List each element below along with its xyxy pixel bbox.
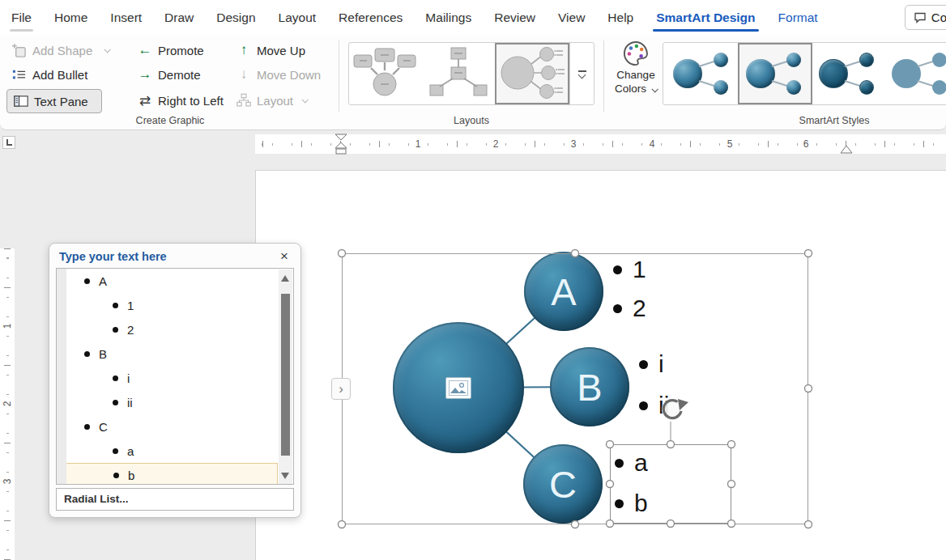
smartart-center-circle[interactable]: [393, 322, 524, 453]
close-icon[interactable]: ×: [275, 248, 293, 265]
text-pane-item-B[interactable]: B: [57, 342, 293, 366]
text-pane-item-C[interactable]: C: [57, 414, 293, 439]
ruler-number: 1: [412, 138, 424, 151]
layout-thumbnail-converging[interactable]: [351, 45, 422, 103]
chevron-right-icon: ›: [339, 381, 343, 397]
tab-view[interactable]: View: [547, 0, 596, 36]
text-pane-item-a[interactable]: a: [57, 439, 293, 463]
change-colors-label-line1: Change: [616, 68, 654, 82]
smartart-circle-c[interactable]: C: [523, 444, 603, 524]
text-pane-item-i[interactable]: i: [57, 366, 293, 390]
smartart-styles-gallery: [663, 42, 946, 105]
move-down-icon: ↓: [236, 66, 251, 83]
ribbon: Add Shape Add Bullet Text Pane ← Promote…: [0, 36, 946, 130]
ruler-number: 6: [800, 138, 812, 151]
text-pane-item-b-active[interactable]: b: [58, 463, 278, 485]
left-tab-icon: [6, 139, 12, 146]
tab-layout[interactable]: Layout: [267, 0, 328, 36]
tab-smartart-design[interactable]: SmartArt Design: [645, 0, 766, 36]
style-thumbnail-2-selected[interactable]: [739, 45, 811, 103]
bullet-dot: [639, 360, 648, 369]
ruler-number: 2: [490, 138, 501, 151]
text-pane-item-1[interactable]: 1: [57, 293, 293, 317]
text-pane-toggle-button[interactable]: Text Pane: [6, 89, 102, 113]
tab-help[interactable]: Help: [596, 0, 645, 36]
add-bullet-button[interactable]: Add Bullet: [8, 63, 91, 86]
ruler-number: 1: [2, 320, 13, 333]
scroll-down-icon[interactable]: [281, 473, 289, 479]
promote-icon: ←: [138, 42, 152, 58]
layout-thumbnail-radial-list-selected[interactable]: [496, 45, 568, 103]
comments-label: Co: [931, 11, 946, 24]
comments-button[interactable]: Co: [905, 5, 946, 30]
text-pane-scrollbar[interactable]: [279, 269, 292, 485]
move-down-label: Move Down: [257, 68, 321, 82]
ruler-number: 3: [2, 475, 13, 488]
smartart-circle-a[interactable]: A: [524, 252, 603, 331]
scroll-up-icon[interactable]: [281, 275, 289, 282]
indent-markers[interactable]: [334, 134, 348, 155]
chevron-down-icon: [302, 96, 309, 103]
create-graphic-group-label: Create Graphic: [0, 115, 340, 126]
move-down-button[interactable]: ↓ Move Down: [233, 63, 324, 86]
layout-label: Layout: [257, 94, 293, 108]
style-thumbnail-4[interactable]: [885, 45, 946, 103]
scrollbar-thumb[interactable]: [281, 294, 290, 456]
layouts-group-label: Layouts: [348, 115, 594, 126]
text-pane-item-2[interactable]: 2: [57, 317, 293, 342]
text-pane-item-ii[interactable]: ii: [57, 390, 293, 414]
palette-icon: [620, 39, 651, 68]
bullet-dot: [615, 499, 624, 508]
tab-design[interactable]: Design: [205, 0, 266, 36]
bullet-a-2[interactable]: 2: [613, 291, 646, 325]
chevron-down-icon: [651, 86, 658, 92]
demote-button[interactable]: → Demote: [134, 63, 204, 86]
tab-file[interactable]: File: [0, 0, 43, 36]
text-pane-collapse-button[interactable]: ›: [331, 378, 351, 400]
style-thumbnail-3[interactable]: [812, 45, 884, 103]
layout-button[interactable]: Layout: [233, 89, 310, 112]
change-colors-button[interactable]: Change Colors: [607, 39, 664, 113]
style-thumbnail-1[interactable]: [667, 45, 738, 103]
right-to-left-icon: ⇄: [138, 92, 152, 109]
tab-selector[interactable]: [2, 136, 15, 149]
tab-mailings[interactable]: Mailings: [414, 0, 483, 36]
bullet-a-1[interactable]: 1: [613, 252, 646, 286]
bullet-b-ii[interactable]: ii: [639, 388, 669, 422]
bullet-dot: [613, 265, 622, 274]
bullet-dot: [613, 304, 622, 313]
promote-label: Promote: [158, 44, 204, 57]
tab-format[interactable]: Format: [767, 0, 829, 36]
ruler-number: 5: [724, 138, 735, 151]
smartart-circle-b[interactable]: B: [550, 347, 629, 426]
bullet-c-a[interactable]: a: [615, 446, 648, 480]
ruler-number: 3: [568, 138, 579, 151]
chevron-down-icon: [104, 46, 111, 53]
circle-b-label: B: [577, 368, 602, 406]
move-up-button[interactable]: ↑ Move Up: [233, 39, 309, 62]
tab-review[interactable]: Review: [483, 0, 547, 36]
layouts-gallery: [348, 42, 594, 105]
text-pane-item-A[interactable]: A: [57, 269, 293, 293]
add-shape-button[interactable]: Add Shape: [8, 39, 113, 62]
ruler-number: 2: [2, 397, 13, 410]
add-bullet-icon: [11, 67, 27, 83]
tab-draw[interactable]: Draw: [153, 0, 205, 36]
right-to-left-button[interactable]: ⇄ Right to Left: [134, 89, 227, 112]
tab-references[interactable]: References: [327, 0, 414, 36]
image-placeholder-icon[interactable]: [445, 377, 471, 399]
tab-insert[interactable]: Insert: [99, 0, 153, 36]
right-indent-marker[interactable]: [839, 143, 854, 155]
smartart-styles-group-label: SmartArt Styles: [713, 115, 946, 126]
layout-thumbnail-radial[interactable]: [424, 45, 495, 103]
text-pane-footer: Radial List...: [56, 488, 294, 511]
layouts-gallery-more-button[interactable]: [569, 43, 594, 104]
bullet-b-i[interactable]: i: [639, 347, 664, 381]
promote-button[interactable]: ← Promote: [134, 39, 207, 62]
bullet-c-b[interactable]: b: [615, 486, 648, 520]
text-pane-label: Text Pane: [34, 95, 88, 108]
demote-label: Demote: [158, 68, 201, 82]
ruler-number: 4: [646, 138, 658, 151]
tab-home[interactable]: Home: [43, 0, 99, 36]
text-pane-list: A 1 2 B i ii C a b: [56, 268, 294, 485]
